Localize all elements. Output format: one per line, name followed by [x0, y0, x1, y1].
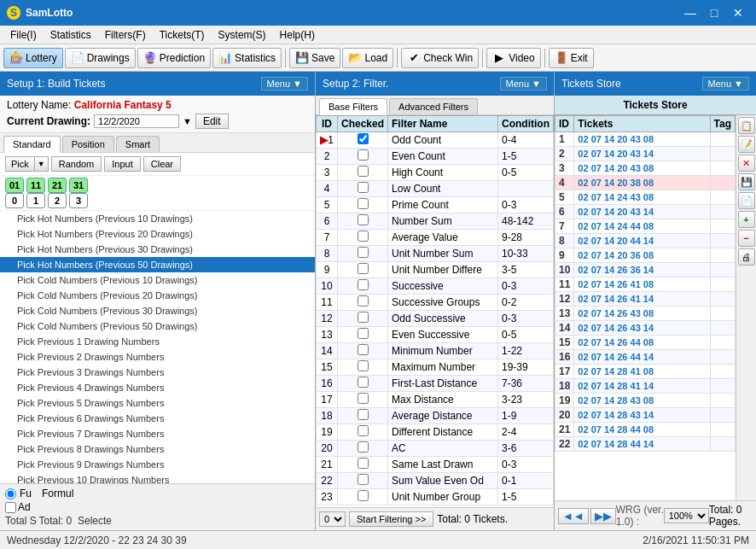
tab-standard[interactable]: Standard	[3, 136, 61, 153]
table-row[interactable]: ▶1 Odd Count 0-4	[317, 132, 554, 149]
filter-checkbox[interactable]	[358, 409, 369, 420]
filter-checkbox[interactable]	[358, 133, 369, 144]
table-row[interactable]: 11 02 07 14 26 41 08	[555, 277, 736, 292]
clear-button[interactable]: Clear	[143, 156, 181, 172]
table-row[interactable]: 17 02 07 14 28 41 08	[555, 365, 736, 379]
filter-checkbox-cell[interactable]	[338, 165, 388, 181]
table-row[interactable]: 11 Successive Groups 0-2	[317, 295, 554, 311]
table-row[interactable]: 1 02 07 14 20 43 08	[555, 132, 736, 147]
table-row[interactable]: 14 02 07 14 26 43 14	[555, 321, 736, 336]
filter-checkbox-cell[interactable]	[338, 311, 388, 327]
list-item[interactable]: Pick Previous 4 Drawings Numbers	[0, 380, 315, 395]
input-button[interactable]: Input	[104, 156, 140, 172]
menu-help[interactable]: Help(H)	[273, 27, 322, 43]
table-row[interactable]: 22 02 07 14 28 44 14	[555, 437, 736, 452]
filter-checkbox[interactable]	[358, 231, 369, 242]
list-item[interactable]: Pick Previous 2 Drawings Numbers	[0, 349, 315, 365]
table-row[interactable]: 19 Different Distance 2-4	[317, 424, 554, 441]
rt-btn-edit[interactable]: 📝	[738, 136, 755, 153]
list-item[interactable]: Pick Hot Numbers (Previous 20 Drawings)	[0, 226, 315, 242]
filter-checkbox-cell[interactable]	[338, 213, 388, 230]
badge-0[interactable]: 0	[5, 193, 24, 208]
table-row[interactable]: 2 Even Count 1-5	[317, 149, 554, 165]
toolbar-save-button[interactable]: 💾 Save	[289, 48, 340, 68]
table-row[interactable]: 3 02 07 14 20 43 08	[555, 161, 736, 176]
list-item[interactable]: Pick Previous 9 Drawings Numbers	[0, 457, 315, 472]
filter-checkbox[interactable]	[358, 360, 369, 371]
filter-checkbox[interactable]	[358, 458, 369, 469]
filter-checkbox-cell[interactable]	[338, 457, 388, 473]
filter-checkbox-cell[interactable]	[338, 246, 388, 262]
table-row[interactable]: 20 02 07 14 28 43 14	[555, 408, 736, 423]
table-row[interactable]: 14 Minimum Number 1-22	[317, 343, 554, 359]
table-row[interactable]: 2 02 07 14 20 43 14	[555, 147, 736, 161]
list-item[interactable]: Pick Hot Numbers (Previous 50 Drawings)	[0, 257, 315, 272]
filter-checkbox-cell[interactable]	[338, 376, 388, 392]
badge-11[interactable]: 11	[26, 178, 45, 193]
filter-checkbox[interactable]	[358, 328, 369, 339]
right-panel-menu-button[interactable]: Menu ▼	[702, 77, 749, 91]
rt-btn-delete[interactable]: ✕	[738, 155, 755, 172]
close-button[interactable]: ✕	[727, 5, 749, 20]
filter-checkbox[interactable]	[358, 198, 369, 209]
filter-checkbox-cell[interactable]	[338, 197, 388, 213]
table-row[interactable]: 4 02 07 14 20 38 08	[555, 176, 736, 190]
filter-checkbox[interactable]	[358, 377, 369, 388]
table-row[interactable]: 13 02 07 14 26 43 08	[555, 307, 736, 321]
filter-checkbox[interactable]	[358, 279, 369, 290]
list-item[interactable]: Pick Hot Numbers (Previous 10 Drawings)	[0, 211, 315, 226]
table-row[interactable]: 8 02 07 14 20 44 14	[555, 234, 736, 248]
tab-position[interactable]: Position	[62, 136, 114, 152]
minimize-button[interactable]: —	[679, 5, 701, 20]
table-row[interactable]: 13 Even Successive 0-5	[317, 327, 554, 343]
table-row[interactable]: 12 Odd Successive 0-3	[317, 311, 554, 327]
filter-checkbox[interactable]	[358, 344, 369, 355]
list-item[interactable]: Pick Previous 1 Drawing Numbers	[0, 334, 315, 349]
filter-checkbox-cell[interactable]	[338, 473, 388, 489]
toolbar-video-button[interactable]: ▶ Video	[486, 48, 540, 68]
table-row[interactable]: 9 Unit Number Differe 3-5	[317, 262, 554, 278]
pick-dropdown-button[interactable]: ▼	[34, 156, 49, 172]
toolbar-load-button[interactable]: 📂 Load	[342, 48, 393, 68]
table-row[interactable]: 16 02 07 14 26 44 14	[555, 350, 736, 365]
filter-checkbox[interactable]	[358, 490, 369, 501]
filter-checkbox[interactable]	[358, 263, 369, 274]
fu-radio[interactable]	[5, 488, 16, 499]
rt-btn-remove[interactable]: −	[738, 230, 755, 247]
table-row[interactable]: 6 02 07 14 20 43 14	[555, 205, 736, 219]
filter-checkbox[interactable]	[358, 182, 369, 193]
table-row[interactable]: 5 02 07 14 24 43 08	[555, 190, 736, 205]
toolbar-statistics-button[interactable]: 📊 Statistics	[212, 48, 282, 68]
table-row[interactable]: 7 Average Value 9-28	[317, 230, 554, 246]
badge-31[interactable]: 31	[69, 178, 88, 193]
filter-select[interactable]: 0	[319, 511, 346, 527]
filter-checkbox-cell[interactable]	[338, 278, 388, 295]
list-item[interactable]: Pick Previous 7 Drawings Numbers	[0, 426, 315, 441]
filter-checkbox-cell[interactable]	[338, 262, 388, 278]
filter-checkbox-cell[interactable]	[338, 181, 388, 197]
filter-checkbox-cell[interactable]	[338, 424, 388, 441]
rt-btn-doc[interactable]: 📄	[738, 192, 755, 209]
list-item[interactable]: Pick Cold Numbers (Previous 10 Drawings)	[0, 272, 315, 288]
filter-checkbox[interactable]	[358, 474, 369, 485]
badge-3[interactable]: 3	[69, 193, 88, 208]
table-row[interactable]: 20 AC 3-6	[317, 441, 554, 457]
table-row[interactable]: 18 02 07 14 28 41 14	[555, 379, 736, 394]
mid-panel-menu-button[interactable]: Menu ▼	[500, 77, 547, 91]
filter-checkbox[interactable]	[358, 166, 369, 177]
tab-smart[interactable]: Smart	[116, 136, 160, 152]
filter-checkbox[interactable]	[358, 312, 369, 323]
zoom-select[interactable]: 100% 75% 125%	[664, 508, 709, 523]
nav-next-button[interactable]: ▶▶	[590, 508, 616, 524]
filter-checkbox-cell[interactable]	[338, 359, 388, 376]
toolbar-lottery-button[interactable]: 🎰 Lottery	[3, 48, 63, 68]
menu-filters[interactable]: Filters(F)	[98, 27, 153, 43]
dropdown-arrow[interactable]: ▼	[183, 116, 192, 126]
badge-21[interactable]: 21	[48, 178, 67, 193]
rt-btn-save[interactable]: 💾	[738, 173, 755, 190]
table-row[interactable]: 16 First-Last Distance 7-36	[317, 376, 554, 392]
badge-2[interactable]: 2	[48, 193, 67, 208]
table-row[interactable]: 3 High Count 0-5	[317, 165, 554, 181]
table-row[interactable]: 4 Low Count	[317, 181, 554, 197]
filter-checkbox[interactable]	[358, 214, 369, 225]
